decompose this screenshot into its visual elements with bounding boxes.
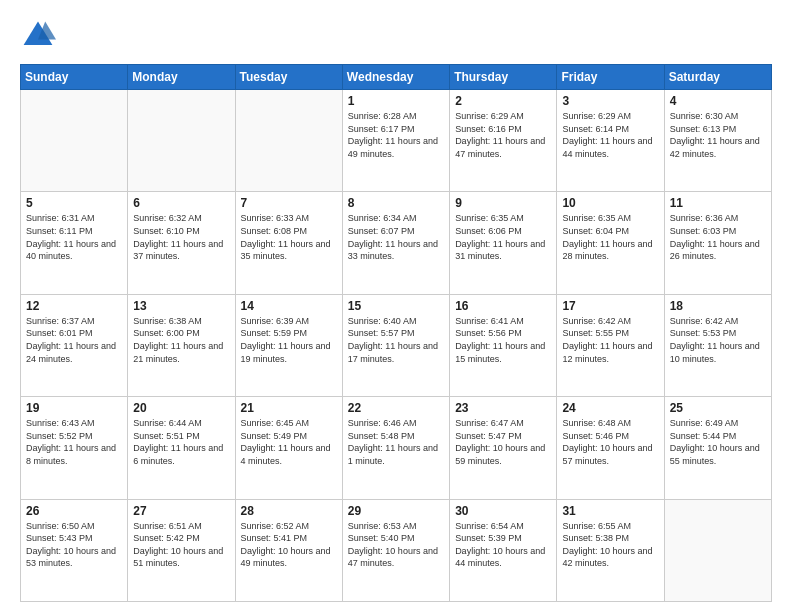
calendar-cell: 11Sunrise: 6:36 AMSunset: 6:03 PMDayligh… xyxy=(664,192,771,294)
day-number: 23 xyxy=(455,401,551,415)
weekday-header-thursday: Thursday xyxy=(450,65,557,90)
day-number: 12 xyxy=(26,299,122,313)
calendar-cell: 17Sunrise: 6:42 AMSunset: 5:55 PMDayligh… xyxy=(557,294,664,396)
calendar-cell: 24Sunrise: 6:48 AMSunset: 5:46 PMDayligh… xyxy=(557,397,664,499)
day-info: Sunrise: 6:52 AMSunset: 5:41 PMDaylight:… xyxy=(241,520,337,570)
day-number: 9 xyxy=(455,196,551,210)
week-row-1: 1Sunrise: 6:28 AMSunset: 6:17 PMDaylight… xyxy=(21,90,772,192)
calendar-cell: 15Sunrise: 6:40 AMSunset: 5:57 PMDayligh… xyxy=(342,294,449,396)
day-number: 1 xyxy=(348,94,444,108)
day-info: Sunrise: 6:41 AMSunset: 5:56 PMDaylight:… xyxy=(455,315,551,365)
calendar-cell: 29Sunrise: 6:53 AMSunset: 5:40 PMDayligh… xyxy=(342,499,449,601)
calendar-cell: 6Sunrise: 6:32 AMSunset: 6:10 PMDaylight… xyxy=(128,192,235,294)
logo xyxy=(20,18,60,54)
weekday-header-friday: Friday xyxy=(557,65,664,90)
calendar-cell: 26Sunrise: 6:50 AMSunset: 5:43 PMDayligh… xyxy=(21,499,128,601)
day-info: Sunrise: 6:43 AMSunset: 5:52 PMDaylight:… xyxy=(26,417,122,467)
day-number: 25 xyxy=(670,401,766,415)
day-number: 15 xyxy=(348,299,444,313)
calendar-cell: 20Sunrise: 6:44 AMSunset: 5:51 PMDayligh… xyxy=(128,397,235,499)
day-info: Sunrise: 6:35 AMSunset: 6:04 PMDaylight:… xyxy=(562,212,658,262)
weekday-header-row: SundayMondayTuesdayWednesdayThursdayFrid… xyxy=(21,65,772,90)
calendar-table: SundayMondayTuesdayWednesdayThursdayFrid… xyxy=(20,64,772,602)
day-number: 5 xyxy=(26,196,122,210)
day-info: Sunrise: 6:48 AMSunset: 5:46 PMDaylight:… xyxy=(562,417,658,467)
week-row-2: 5Sunrise: 6:31 AMSunset: 6:11 PMDaylight… xyxy=(21,192,772,294)
calendar-cell: 22Sunrise: 6:46 AMSunset: 5:48 PMDayligh… xyxy=(342,397,449,499)
weekday-header-wednesday: Wednesday xyxy=(342,65,449,90)
week-row-5: 26Sunrise: 6:50 AMSunset: 5:43 PMDayligh… xyxy=(21,499,772,601)
day-info: Sunrise: 6:54 AMSunset: 5:39 PMDaylight:… xyxy=(455,520,551,570)
day-number: 13 xyxy=(133,299,229,313)
day-number: 19 xyxy=(26,401,122,415)
day-number: 27 xyxy=(133,504,229,518)
calendar-cell: 3Sunrise: 6:29 AMSunset: 6:14 PMDaylight… xyxy=(557,90,664,192)
calendar-cell: 19Sunrise: 6:43 AMSunset: 5:52 PMDayligh… xyxy=(21,397,128,499)
day-number: 14 xyxy=(241,299,337,313)
day-info: Sunrise: 6:44 AMSunset: 5:51 PMDaylight:… xyxy=(133,417,229,467)
day-number: 24 xyxy=(562,401,658,415)
calendar-cell: 14Sunrise: 6:39 AMSunset: 5:59 PMDayligh… xyxy=(235,294,342,396)
day-number: 30 xyxy=(455,504,551,518)
calendar-cell: 10Sunrise: 6:35 AMSunset: 6:04 PMDayligh… xyxy=(557,192,664,294)
day-info: Sunrise: 6:55 AMSunset: 5:38 PMDaylight:… xyxy=(562,520,658,570)
calendar-cell: 23Sunrise: 6:47 AMSunset: 5:47 PMDayligh… xyxy=(450,397,557,499)
calendar-cell: 13Sunrise: 6:38 AMSunset: 6:00 PMDayligh… xyxy=(128,294,235,396)
calendar-cell: 7Sunrise: 6:33 AMSunset: 6:08 PMDaylight… xyxy=(235,192,342,294)
day-info: Sunrise: 6:35 AMSunset: 6:06 PMDaylight:… xyxy=(455,212,551,262)
day-info: Sunrise: 6:37 AMSunset: 6:01 PMDaylight:… xyxy=(26,315,122,365)
logo-icon xyxy=(20,18,56,54)
day-number: 18 xyxy=(670,299,766,313)
day-number: 31 xyxy=(562,504,658,518)
day-info: Sunrise: 6:42 AMSunset: 5:55 PMDaylight:… xyxy=(562,315,658,365)
calendar-cell: 31Sunrise: 6:55 AMSunset: 5:38 PMDayligh… xyxy=(557,499,664,601)
calendar-cell: 25Sunrise: 6:49 AMSunset: 5:44 PMDayligh… xyxy=(664,397,771,499)
day-number: 21 xyxy=(241,401,337,415)
calendar-cell: 4Sunrise: 6:30 AMSunset: 6:13 PMDaylight… xyxy=(664,90,771,192)
day-info: Sunrise: 6:29 AMSunset: 6:16 PMDaylight:… xyxy=(455,110,551,160)
day-info: Sunrise: 6:45 AMSunset: 5:49 PMDaylight:… xyxy=(241,417,337,467)
day-info: Sunrise: 6:50 AMSunset: 5:43 PMDaylight:… xyxy=(26,520,122,570)
week-row-4: 19Sunrise: 6:43 AMSunset: 5:52 PMDayligh… xyxy=(21,397,772,499)
day-info: Sunrise: 6:34 AMSunset: 6:07 PMDaylight:… xyxy=(348,212,444,262)
day-number: 7 xyxy=(241,196,337,210)
calendar-cell: 1Sunrise: 6:28 AMSunset: 6:17 PMDaylight… xyxy=(342,90,449,192)
day-number: 8 xyxy=(348,196,444,210)
day-number: 10 xyxy=(562,196,658,210)
day-number: 28 xyxy=(241,504,337,518)
calendar-cell: 16Sunrise: 6:41 AMSunset: 5:56 PMDayligh… xyxy=(450,294,557,396)
weekday-header-sunday: Sunday xyxy=(21,65,128,90)
day-info: Sunrise: 6:46 AMSunset: 5:48 PMDaylight:… xyxy=(348,417,444,467)
day-number: 4 xyxy=(670,94,766,108)
day-info: Sunrise: 6:28 AMSunset: 6:17 PMDaylight:… xyxy=(348,110,444,160)
day-info: Sunrise: 6:36 AMSunset: 6:03 PMDaylight:… xyxy=(670,212,766,262)
day-number: 17 xyxy=(562,299,658,313)
day-number: 29 xyxy=(348,504,444,518)
day-number: 20 xyxy=(133,401,229,415)
calendar-cell: 28Sunrise: 6:52 AMSunset: 5:41 PMDayligh… xyxy=(235,499,342,601)
calendar-cell: 2Sunrise: 6:29 AMSunset: 6:16 PMDaylight… xyxy=(450,90,557,192)
day-number: 3 xyxy=(562,94,658,108)
day-info: Sunrise: 6:51 AMSunset: 5:42 PMDaylight:… xyxy=(133,520,229,570)
calendar-cell: 12Sunrise: 6:37 AMSunset: 6:01 PMDayligh… xyxy=(21,294,128,396)
header xyxy=(20,18,772,54)
day-info: Sunrise: 6:29 AMSunset: 6:14 PMDaylight:… xyxy=(562,110,658,160)
weekday-header-tuesday: Tuesday xyxy=(235,65,342,90)
calendar-cell xyxy=(21,90,128,192)
calendar-cell: 18Sunrise: 6:42 AMSunset: 5:53 PMDayligh… xyxy=(664,294,771,396)
day-number: 6 xyxy=(133,196,229,210)
day-info: Sunrise: 6:39 AMSunset: 5:59 PMDaylight:… xyxy=(241,315,337,365)
calendar-cell: 30Sunrise: 6:54 AMSunset: 5:39 PMDayligh… xyxy=(450,499,557,601)
day-info: Sunrise: 6:49 AMSunset: 5:44 PMDaylight:… xyxy=(670,417,766,467)
weekday-header-saturday: Saturday xyxy=(664,65,771,90)
calendar-cell: 8Sunrise: 6:34 AMSunset: 6:07 PMDaylight… xyxy=(342,192,449,294)
day-info: Sunrise: 6:38 AMSunset: 6:00 PMDaylight:… xyxy=(133,315,229,365)
calendar-cell xyxy=(128,90,235,192)
day-info: Sunrise: 6:33 AMSunset: 6:08 PMDaylight:… xyxy=(241,212,337,262)
day-info: Sunrise: 6:42 AMSunset: 5:53 PMDaylight:… xyxy=(670,315,766,365)
day-info: Sunrise: 6:30 AMSunset: 6:13 PMDaylight:… xyxy=(670,110,766,160)
day-info: Sunrise: 6:31 AMSunset: 6:11 PMDaylight:… xyxy=(26,212,122,262)
day-number: 26 xyxy=(26,504,122,518)
day-info: Sunrise: 6:32 AMSunset: 6:10 PMDaylight:… xyxy=(133,212,229,262)
calendar-cell: 5Sunrise: 6:31 AMSunset: 6:11 PMDaylight… xyxy=(21,192,128,294)
